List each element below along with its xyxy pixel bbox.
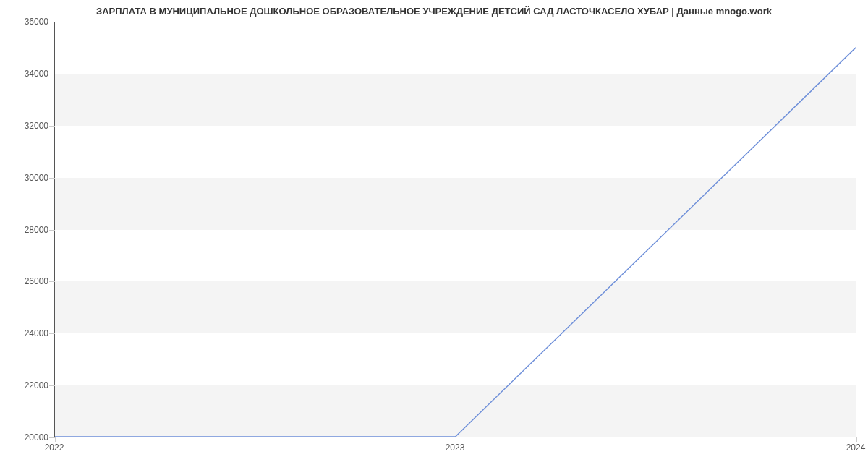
chart-container: ЗАРПЛАТА В МУНИЦИПАЛЬНОЕ ДОШКОЛЬНОЕ ОБРА… (0, 0, 868, 470)
x-tick-label: 2022 (45, 443, 64, 453)
y-tick (49, 74, 55, 74)
chart-title: ЗАРПЛАТА В МУНИЦИПАЛЬНОЕ ДОШКОЛЬНОЕ ОБРА… (0, 6, 868, 17)
x-tick (55, 437, 56, 442)
y-tick-label: 32000 (25, 121, 48, 131)
y-tick-label: 30000 (25, 173, 48, 183)
x-tick (456, 437, 456, 442)
y-tick-label: 24000 (25, 328, 48, 338)
x-tick-label: 2024 (846, 443, 866, 453)
x-tick-label: 2023 (446, 443, 465, 453)
y-tick-label: 20000 (25, 432, 48, 443)
y-tick-label: 28000 (25, 225, 48, 235)
y-tick-label: 36000 (25, 17, 48, 27)
y-tick-label: 22000 (25, 380, 48, 390)
y-tick (49, 126, 55, 127)
y-tick-label: 34000 (25, 69, 48, 79)
y-tick-label: 26000 (25, 276, 48, 286)
x-tick (856, 437, 857, 442)
y-tick (49, 385, 55, 386)
y-tick (49, 333, 55, 334)
y-tick (49, 22, 55, 22)
y-tick (49, 230, 55, 231)
y-tick (49, 437, 55, 438)
y-tick (49, 178, 55, 179)
y-tick (49, 281, 55, 282)
series-line (55, 48, 856, 437)
plot-area (54, 22, 856, 437)
plot-svg (55, 22, 856, 437)
